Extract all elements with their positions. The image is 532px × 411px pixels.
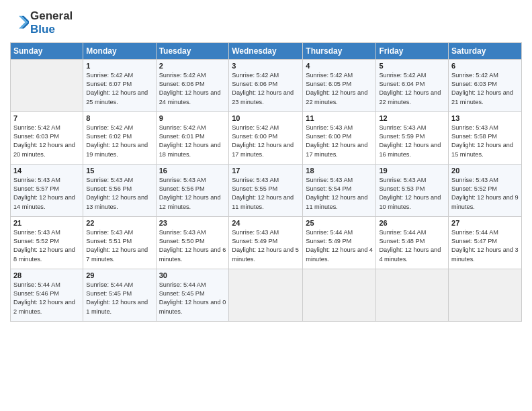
day-info: Sunrise: 5:43 AMSunset: 5:55 PMDaylight:… xyxy=(232,176,300,212)
calendar-cell: 25Sunrise: 5:44 AMSunset: 5:49 PMDayligh… xyxy=(303,216,376,269)
svg-marker-1 xyxy=(19,16,28,29)
day-number: 7 xyxy=(13,114,80,122)
day-number: 19 xyxy=(379,167,445,175)
calendar-cell: 11Sunrise: 5:43 AMSunset: 6:00 PMDayligh… xyxy=(303,111,376,164)
page-header: General Blue xyxy=(10,7,522,37)
day-info: Sunrise: 5:43 AMSunset: 6:00 PMDaylight:… xyxy=(306,124,373,159)
calendar-cell: 28Sunrise: 5:44 AMSunset: 5:46 PMDayligh… xyxy=(11,269,83,321)
day-info: Sunrise: 5:42 AMSunset: 6:07 PMDaylight:… xyxy=(86,71,152,107)
day-info: Sunrise: 5:44 AMSunset: 5:46 PMDaylight:… xyxy=(13,281,80,316)
day-info: Sunrise: 5:42 AMSunset: 6:05 PMDaylight:… xyxy=(306,71,373,107)
day-number: 9 xyxy=(159,114,226,122)
day-number: 14 xyxy=(13,167,80,175)
calendar-cell xyxy=(376,269,449,321)
day-info: Sunrise: 5:43 AMSunset: 5:58 PMDaylight:… xyxy=(451,124,519,159)
calendar-cell: 3Sunrise: 5:42 AMSunset: 6:06 PMDaylight… xyxy=(229,59,303,111)
day-info: Sunrise: 5:44 AMSunset: 5:45 PMDaylight:… xyxy=(159,281,226,316)
calendar-cell: 5Sunrise: 5:42 AMSunset: 6:04 PMDaylight… xyxy=(376,59,449,111)
calendar-cell: 17Sunrise: 5:43 AMSunset: 5:55 PMDayligh… xyxy=(229,164,303,216)
calendar-cell: 20Sunrise: 5:43 AMSunset: 5:52 PMDayligh… xyxy=(449,164,522,216)
day-info: Sunrise: 5:42 AMSunset: 6:03 PMDaylight:… xyxy=(451,71,519,107)
calendar-cell: 12Sunrise: 5:43 AMSunset: 5:59 PMDayligh… xyxy=(376,111,449,164)
day-number: 8 xyxy=(86,114,152,122)
calendar-cell: 22Sunrise: 5:43 AMSunset: 5:51 PMDayligh… xyxy=(83,216,156,269)
calendar-cell: 1Sunrise: 5:42 AMSunset: 6:07 PMDaylight… xyxy=(83,59,156,111)
calendar-cell: 8Sunrise: 5:42 AMSunset: 6:02 PMDaylight… xyxy=(83,111,156,164)
calendar-cell xyxy=(229,269,303,321)
day-info: Sunrise: 5:43 AMSunset: 5:49 PMDaylight:… xyxy=(232,228,300,264)
day-number: 29 xyxy=(86,271,152,279)
calendar-week-3: 14Sunrise: 5:43 AMSunset: 5:57 PMDayligh… xyxy=(11,164,522,216)
day-info: Sunrise: 5:42 AMSunset: 6:02 PMDaylight:… xyxy=(86,124,152,159)
calendar-cell: 13Sunrise: 5:43 AMSunset: 5:58 PMDayligh… xyxy=(449,111,522,164)
weekday-header-sunday: Sunday xyxy=(11,42,83,59)
calendar-cell: 21Sunrise: 5:43 AMSunset: 5:52 PMDayligh… xyxy=(11,216,83,269)
day-number: 30 xyxy=(159,271,226,279)
calendar-cell: 30Sunrise: 5:44 AMSunset: 5:45 PMDayligh… xyxy=(156,269,229,321)
day-number: 23 xyxy=(159,219,226,227)
calendar-cell: 27Sunrise: 5:44 AMSunset: 5:47 PMDayligh… xyxy=(449,216,522,269)
day-number: 15 xyxy=(86,167,152,175)
calendar-week-5: 28Sunrise: 5:44 AMSunset: 5:46 PMDayligh… xyxy=(11,269,522,321)
day-info: Sunrise: 5:43 AMSunset: 5:56 PMDaylight:… xyxy=(159,176,226,212)
day-info: Sunrise: 5:44 AMSunset: 5:45 PMDaylight:… xyxy=(86,281,152,316)
weekday-header-monday: Monday xyxy=(83,42,156,59)
day-number: 17 xyxy=(232,167,300,175)
day-number: 21 xyxy=(13,219,80,227)
day-info: Sunrise: 5:43 AMSunset: 5:54 PMDaylight:… xyxy=(306,176,373,212)
calendar-cell xyxy=(449,269,522,321)
calendar-cell: 4Sunrise: 5:42 AMSunset: 6:05 PMDaylight… xyxy=(303,59,376,111)
day-number: 4 xyxy=(306,62,373,70)
calendar-cell: 19Sunrise: 5:43 AMSunset: 5:53 PMDayligh… xyxy=(376,164,449,216)
logo-icon xyxy=(10,13,29,32)
weekday-header-friday: Friday xyxy=(376,42,449,59)
day-number: 18 xyxy=(306,167,373,175)
day-info: Sunrise: 5:43 AMSunset: 5:50 PMDaylight:… xyxy=(159,228,226,264)
day-info: Sunrise: 5:42 AMSunset: 6:01 PMDaylight:… xyxy=(159,124,226,159)
day-number: 26 xyxy=(379,219,445,227)
calendar-cell: 23Sunrise: 5:43 AMSunset: 5:50 PMDayligh… xyxy=(156,216,229,269)
day-number: 6 xyxy=(451,62,519,70)
day-info: Sunrise: 5:44 AMSunset: 5:47 PMDaylight:… xyxy=(451,228,519,264)
day-number: 10 xyxy=(232,114,300,122)
calendar-table: SundayMondayTuesdayWednesdayThursdayFrid… xyxy=(10,42,522,322)
calendar-cell: 18Sunrise: 5:43 AMSunset: 5:54 PMDayligh… xyxy=(303,164,376,216)
logo-text: General Blue xyxy=(30,9,73,37)
day-info: Sunrise: 5:43 AMSunset: 5:57 PMDaylight:… xyxy=(13,176,80,212)
day-info: Sunrise: 5:43 AMSunset: 5:53 PMDaylight:… xyxy=(379,176,445,212)
day-info: Sunrise: 5:44 AMSunset: 5:48 PMDaylight:… xyxy=(379,228,445,264)
day-info: Sunrise: 5:42 AMSunset: 6:00 PMDaylight:… xyxy=(232,124,300,159)
weekday-header-thursday: Thursday xyxy=(303,42,376,59)
weekday-header-row: SundayMondayTuesdayWednesdayThursdayFrid… xyxy=(11,42,522,59)
weekday-header-saturday: Saturday xyxy=(449,42,522,59)
day-number: 24 xyxy=(232,219,300,227)
day-info: Sunrise: 5:42 AMSunset: 6:04 PMDaylight:… xyxy=(379,71,445,107)
calendar-cell: 10Sunrise: 5:42 AMSunset: 6:00 PMDayligh… xyxy=(229,111,303,164)
day-info: Sunrise: 5:42 AMSunset: 6:06 PMDaylight:… xyxy=(232,71,300,107)
day-number: 1 xyxy=(86,62,152,70)
day-number: 22 xyxy=(86,219,152,227)
day-number: 20 xyxy=(451,167,519,175)
logo: General Blue xyxy=(10,9,73,37)
weekday-header-tuesday: Tuesday xyxy=(156,42,229,59)
day-number: 2 xyxy=(159,62,226,70)
calendar-cell: 15Sunrise: 5:43 AMSunset: 5:56 PMDayligh… xyxy=(83,164,156,216)
calendar-cell xyxy=(11,59,83,111)
calendar-week-1: 1Sunrise: 5:42 AMSunset: 6:07 PMDaylight… xyxy=(11,59,522,111)
day-info: Sunrise: 5:43 AMSunset: 5:59 PMDaylight:… xyxy=(379,124,445,159)
day-info: Sunrise: 5:43 AMSunset: 5:52 PMDaylight:… xyxy=(451,176,519,212)
day-info: Sunrise: 5:43 AMSunset: 5:52 PMDaylight:… xyxy=(13,228,80,264)
day-info: Sunrise: 5:44 AMSunset: 5:49 PMDaylight:… xyxy=(306,228,373,264)
day-number: 27 xyxy=(451,219,519,227)
day-number: 25 xyxy=(306,219,373,227)
day-info: Sunrise: 5:43 AMSunset: 5:56 PMDaylight:… xyxy=(86,176,152,212)
day-number: 13 xyxy=(451,114,519,122)
calendar-cell: 16Sunrise: 5:43 AMSunset: 5:56 PMDayligh… xyxy=(156,164,229,216)
calendar-cell: 14Sunrise: 5:43 AMSunset: 5:57 PMDayligh… xyxy=(11,164,83,216)
calendar-cell: 2Sunrise: 5:42 AMSunset: 6:06 PMDaylight… xyxy=(156,59,229,111)
day-number: 11 xyxy=(306,114,373,122)
calendar-week-4: 21Sunrise: 5:43 AMSunset: 5:52 PMDayligh… xyxy=(11,216,522,269)
calendar-cell: 7Sunrise: 5:42 AMSunset: 6:03 PMDaylight… xyxy=(11,111,83,164)
day-number: 28 xyxy=(13,271,80,279)
day-number: 5 xyxy=(379,62,445,70)
